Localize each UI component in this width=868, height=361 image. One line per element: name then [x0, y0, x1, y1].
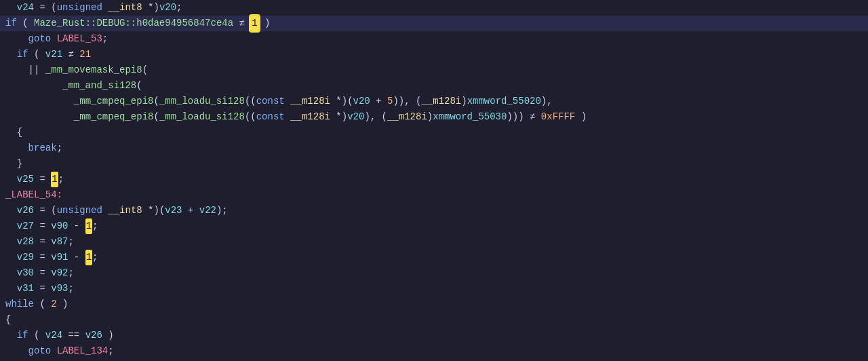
- code-token: xmmword_55030: [433, 109, 507, 125]
- code-token: unsigned: [57, 0, 102, 16]
- code-line-highlighted: if ( Maze_Rust::DEBUG::h0dae94956847ce4a…: [0, 16, 868, 31]
- code-token: __int8: [102, 0, 148, 16]
- code-token: [5, 78, 62, 94]
- code-line: v30 = v92 ;: [0, 265, 868, 281]
- code-token: ;: [108, 343, 113, 359]
- code-token: 5: [387, 94, 393, 109]
- code-line: v24 = ( unsigned __int8 * ) v20 ;: [0, 0, 868, 16]
- code-token: (: [51, 203, 56, 218]
- code-token: (: [153, 94, 159, 109]
- code-token: ): [153, 0, 159, 16]
- code-line: v29 = v91 - 1 ;: [0, 250, 868, 265]
- code-token: v91: [51, 250, 68, 265]
- code-line: while ( 2 ): [0, 297, 868, 312]
- code-token: v24: [45, 328, 62, 343]
- code-token: [5, 234, 17, 250]
- code-token: __m128i: [285, 109, 336, 125]
- code-token: =: [34, 265, 51, 281]
- code-token: if: [5, 16, 17, 31]
- code-token: ;: [68, 234, 73, 250]
- code-token: =: [34, 281, 51, 297]
- code-token: ),: [541, 94, 553, 109]
- code-token: [5, 265, 17, 281]
- code-token: v29: [17, 250, 34, 265]
- code-token: ((: [245, 94, 256, 109]
- code-token: (: [28, 328, 45, 343]
- code-line: v31 = v93 ;: [0, 281, 868, 297]
- code-token: *: [148, 203, 153, 218]
- code-token: (: [17, 16, 34, 31]
- code-token: =: [34, 250, 51, 265]
- code-token: ))): [507, 109, 524, 125]
- code-line: v26 = ( unsigned __int8 * )( v23 + v22 )…: [0, 203, 868, 218]
- code-line: _LABEL_54:: [0, 187, 868, 203]
- code-token: 0xFFFF: [541, 109, 575, 125]
- code-token: {: [5, 312, 11, 328]
- code-token: _mm_and_si128: [62, 78, 136, 94]
- highlight-value: 1: [51, 172, 58, 187]
- code-token: _mm_loadu_si128: [159, 94, 245, 109]
- code-token: LABEL_134: [57, 343, 108, 359]
- code-token: ;: [92, 218, 98, 234]
- code-token: );: [216, 203, 228, 218]
- code-line: {: [0, 312, 868, 328]
- code-token: v25: [17, 172, 34, 187]
- code-token: ||: [5, 62, 39, 78]
- code-token: unsigned: [57, 203, 102, 218]
- code-line: }: [0, 156, 868, 172]
- highlight-value: 1: [85, 218, 92, 234]
- code-token: ;: [92, 250, 98, 265]
- code-token: ): [461, 94, 467, 109]
- code-line: if ( v21 ≠ 21: [0, 47, 868, 62]
- code-token: _mm_movemask_epi8: [45, 62, 142, 78]
- code-token: v26: [17, 203, 34, 218]
- code-token: v27: [17, 218, 34, 234]
- code-token: v31: [17, 281, 34, 297]
- highlight-value: 1: [250, 16, 258, 31]
- highlight-value: 1: [85, 250, 92, 265]
- code-token: [39, 62, 45, 78]
- code-token: =: [34, 234, 51, 250]
- code-token: [5, 250, 17, 265]
- code-line: v28 = v87 ;: [0, 234, 868, 250]
- code-token: +: [182, 203, 199, 218]
- code-token: v20: [347, 109, 364, 125]
- code-line: v25 = 1 ;: [0, 172, 868, 187]
- code-token: __m128i: [387, 109, 427, 125]
- code-token: [5, 94, 74, 109]
- code-token: [5, 203, 17, 218]
- code-token: ), (: [364, 109, 387, 125]
- code-token: (: [142, 62, 148, 78]
- code-token: =: [34, 203, 51, 218]
- code-token: 2: [51, 297, 56, 312]
- code-token: v92: [51, 265, 68, 281]
- code-line: goto LABEL_134 ;: [0, 343, 868, 359]
- code-token: ≠: [524, 109, 541, 125]
- code-token: ;: [68, 281, 73, 297]
- code-token: ;: [176, 0, 182, 16]
- code-token: v26: [85, 328, 102, 343]
- code-token: [5, 281, 17, 297]
- code-token: )), (: [393, 94, 421, 109]
- code-token: )(: [342, 94, 353, 109]
- code-line: {: [0, 125, 868, 140]
- code-token: (: [51, 0, 56, 16]
- code-token: ): [342, 109, 347, 125]
- code-token: (: [136, 78, 142, 94]
- code-token: =: [34, 172, 51, 187]
- code-token: __m128i: [285, 94, 336, 109]
- code-token: (: [34, 297, 51, 312]
- code-token: -: [68, 250, 85, 265]
- code-token: -: [68, 218, 85, 234]
- code-token: v20: [353, 94, 370, 109]
- code-token: [51, 343, 56, 359]
- code-token: {: [5, 125, 22, 140]
- code-line: break ;: [0, 140, 868, 156]
- code-token: _mm_cmpeq_epi8: [74, 109, 154, 125]
- code-token: )(: [154, 203, 165, 218]
- code-token: =: [34, 0, 51, 16]
- code-token: [5, 328, 17, 343]
- code-line: if ( v24 == v26 ): [0, 328, 868, 343]
- code-token: __int8: [102, 203, 148, 218]
- code-token: ;: [68, 265, 73, 281]
